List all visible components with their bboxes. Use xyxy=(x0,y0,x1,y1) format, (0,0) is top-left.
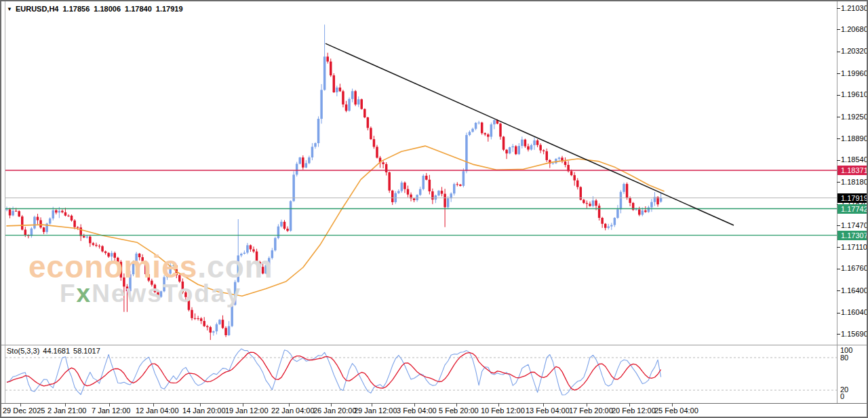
candle-body-up xyxy=(518,146,521,154)
candle-body-down xyxy=(443,194,446,208)
candle-body-down xyxy=(542,151,545,151)
candle-body-up xyxy=(5,210,8,210)
candle-body-down xyxy=(484,133,487,134)
stoch-scale-label-80: 80 xyxy=(840,354,848,362)
candle-body-up xyxy=(237,255,240,282)
candle-body-up xyxy=(462,171,465,186)
candle-body-up xyxy=(616,209,619,218)
candle-body-up xyxy=(336,88,338,92)
candle-body-down xyxy=(403,183,406,189)
candle-body-down xyxy=(200,318,203,321)
price-tick-mark xyxy=(837,225,840,226)
candle-body-down xyxy=(104,251,107,252)
time-tick-label: 5 Feb 20:00 xyxy=(439,406,479,415)
candle-body-down xyxy=(191,310,193,318)
candle-body-up xyxy=(274,238,277,250)
candle-body-down xyxy=(73,221,76,227)
ohlc-close: 1.17919 xyxy=(156,5,183,13)
current-price-price-tag: 1.17919 xyxy=(837,193,868,203)
candle-body-up xyxy=(357,99,360,104)
candle-body-up xyxy=(305,163,308,167)
price-tick-mark xyxy=(837,73,840,74)
price-tick-label: 1.18540 xyxy=(841,155,868,164)
candle-body-down xyxy=(252,249,255,251)
candle-body-down xyxy=(407,189,410,195)
candle-body-down xyxy=(330,62,332,75)
time-tick-label: 12 Jan 04:00 xyxy=(136,406,179,415)
candle-body-up xyxy=(614,218,616,225)
candle-body-down xyxy=(546,151,549,160)
candle-body-up xyxy=(397,191,400,193)
candle-body-down xyxy=(37,217,39,221)
candle-body-down xyxy=(95,245,98,246)
candle-body-up xyxy=(592,200,595,206)
candle-body-up xyxy=(635,210,637,210)
support-level-2-price-tag: 1.17307 xyxy=(837,231,868,240)
time-tick-label: 29 Jan 12:00 xyxy=(354,406,397,415)
candle-body-down xyxy=(120,262,123,278)
candle-body-down xyxy=(77,227,79,228)
price-tick-mark xyxy=(837,138,840,139)
candle-body-down xyxy=(89,237,92,244)
candle-body-down xyxy=(573,175,576,180)
price-tick-mark xyxy=(837,334,840,335)
candle-body-up xyxy=(660,198,663,202)
candle-body-up xyxy=(292,174,295,201)
candle-body-down xyxy=(367,117,370,128)
candle-body-up xyxy=(465,135,468,171)
candle-body-down xyxy=(339,88,342,91)
candle-body-up xyxy=(234,282,237,305)
candle-body-up xyxy=(351,91,354,99)
candle-body-down xyxy=(151,281,153,285)
price-tick-label: 1.19960 xyxy=(841,69,868,78)
candle-body-down xyxy=(64,212,67,216)
candle-body-up xyxy=(49,218,52,224)
time-tick-label: 2 Jan 21:00 xyxy=(47,406,87,415)
price-tick-mark xyxy=(837,52,840,52)
candle-body-down xyxy=(431,191,434,200)
candle-body-down xyxy=(55,210,58,212)
candle-body-up xyxy=(12,211,14,216)
candle-body-up xyxy=(277,227,280,238)
candle-body-down xyxy=(354,91,357,104)
price-tick-mark xyxy=(837,182,840,183)
candle-body-down xyxy=(262,267,264,273)
time-tick-label: 3 Feb 04:00 xyxy=(397,406,437,415)
price-tick-label: 1.18890 xyxy=(841,134,868,143)
stochastic-k-value: 44.1681 xyxy=(43,347,70,355)
candle-body-down xyxy=(184,292,187,297)
candle-body-down xyxy=(601,218,604,224)
candle-body-up xyxy=(111,253,113,256)
candle-body-down xyxy=(83,236,85,238)
candle-body-up xyxy=(642,210,644,214)
candle-body-down xyxy=(101,246,104,252)
price-tick-label: 1.16400 xyxy=(841,286,868,295)
candle-body-up xyxy=(52,210,55,218)
ohlc-open: 1.17856 xyxy=(63,5,90,13)
candle-body-up xyxy=(160,291,163,297)
candle-body-down xyxy=(487,134,490,136)
candle-body-down xyxy=(24,229,27,235)
candle-body-down xyxy=(15,211,18,212)
candle-body-down xyxy=(576,180,579,187)
candle-body-down xyxy=(203,321,205,326)
stochastic-indicator-label: Sto(5,3,3)44.168158.1017 xyxy=(7,347,104,355)
price-tick-mark xyxy=(837,269,840,269)
chart-title: ▼EURUSD,H41.178561.180061.178401.17919 xyxy=(7,5,183,13)
candle-body-down xyxy=(388,172,391,191)
candle-body-up xyxy=(477,123,480,124)
candle-body-down xyxy=(626,184,629,198)
candle-body-down xyxy=(178,275,181,281)
candle-body-down xyxy=(459,185,462,186)
candle-body-up xyxy=(348,99,351,111)
candle-body-up xyxy=(231,305,233,326)
candle-body-down xyxy=(370,128,372,140)
candle-body-up xyxy=(558,157,561,159)
chart-canvas[interactable] xyxy=(1,1,837,418)
stochastic-name: Sto(5,3,3) xyxy=(7,347,39,355)
indicator-separator-top xyxy=(1,345,868,345)
chart-window: economies.com FxNewsToday ▼EURUSD,H41.17… xyxy=(0,0,868,418)
candle-body-down xyxy=(117,258,119,262)
symbol-dropdown-arrow-icon: ▼ xyxy=(7,6,12,12)
symbol-timeframe: EURUSD,H4 xyxy=(16,5,59,13)
